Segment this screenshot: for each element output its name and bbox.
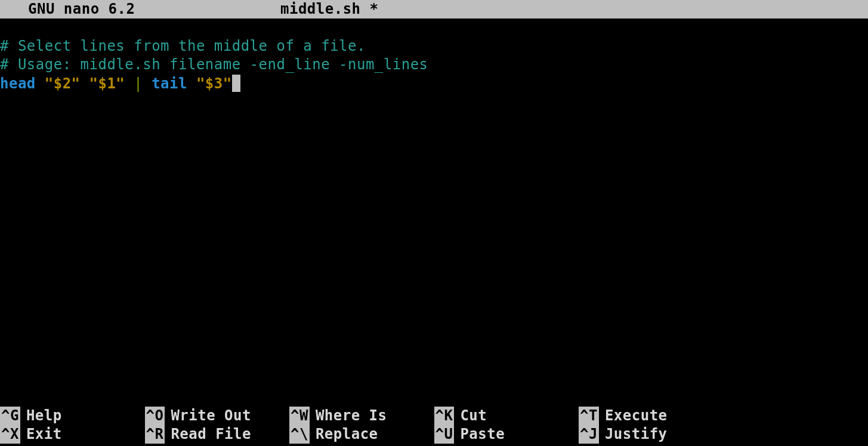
shortcut-key: ^R (145, 425, 165, 444)
shortcut-label: Cut (460, 407, 487, 425)
shortcut-bar: ^G Help ^O Write Out ^W Where Is ^K Cut … (0, 407, 868, 446)
shortcut-label: Help (26, 407, 62, 425)
shortcut-key: ^\ (289, 425, 310, 444)
shortcut-key: ^O (145, 407, 165, 425)
shortcut-label: Write Out (171, 407, 251, 425)
file-name: middle.sh * (280, 0, 378, 19)
app-name: GNU nano 6.2 (28, 0, 135, 19)
shortcut-cut[interactable]: ^K Cut (434, 407, 579, 425)
shortcut-key: ^K (434, 407, 455, 425)
code-line3: head "$2" "$1" | tail "$3" (0, 75, 240, 92)
shortcut-label: Justify (605, 425, 668, 444)
arg-one: "$1" (89, 75, 125, 92)
shortcut-label: Where Is (316, 407, 387, 425)
shortcut-help[interactable]: ^G Help (0, 407, 145, 425)
shortcut-replace[interactable]: ^\ Replace (289, 425, 434, 444)
shortcut-key: ^U (434, 425, 455, 444)
code-comment-line2: # Usage: middle.sh filename -end_line -n… (0, 56, 428, 73)
shortcut-label: Exit (26, 425, 62, 444)
code-comment-line1: # Select lines from the middle of a file… (0, 38, 366, 54)
shortcut-key: ^G (0, 407, 20, 425)
shortcut-key: ^J (579, 425, 599, 444)
shortcut-whereis[interactable]: ^W Where Is (289, 407, 434, 425)
shortcut-writeout[interactable]: ^O Write Out (145, 407, 290, 425)
shortcut-paste[interactable]: ^U Paste (434, 425, 579, 444)
arg-three: "$3" (196, 75, 232, 92)
text-cursor (232, 75, 240, 92)
shortcut-label: Execute (605, 407, 668, 425)
command-head: head (0, 75, 36, 92)
shortcut-label: Paste (460, 425, 505, 444)
arg-two: "$2" (45, 75, 81, 92)
shortcut-label: Replace (316, 425, 378, 444)
titlebar: GNU nano 6.2 middle.sh * (0, 0, 868, 19)
pipe-symbol: | (134, 75, 143, 92)
shortcut-key: ^X (0, 425, 20, 444)
editor-area[interactable]: # Select lines from the middle of a file… (0, 19, 868, 407)
shortcut-justify[interactable]: ^J Justify (579, 425, 724, 444)
shortcut-exit[interactable]: ^X Exit (0, 425, 145, 444)
command-tail: tail (152, 75, 187, 92)
shortcut-label: Read File (171, 425, 251, 444)
shortcut-readfile[interactable]: ^R Read File (145, 425, 290, 444)
shortcut-execute[interactable]: ^T Execute (579, 407, 724, 425)
shortcut-key: ^T (579, 407, 599, 425)
shortcut-key: ^W (289, 407, 310, 425)
